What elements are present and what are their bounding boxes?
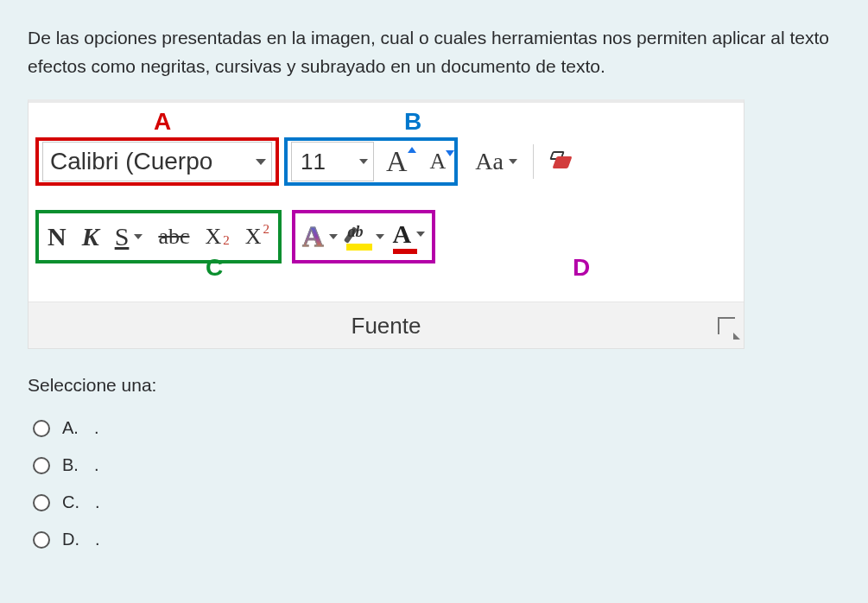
triangle-up-icon: [408, 147, 416, 153]
chevron-down-icon: [509, 159, 517, 164]
subscript-button[interactable]: X 2: [203, 224, 231, 250]
ribbon-section-name: Fuente: [29, 302, 744, 348]
option-d[interactable]: D. .: [28, 521, 840, 558]
font-color-label: A: [393, 219, 412, 249]
option-c[interactable]: C. .: [28, 484, 840, 521]
change-case-label: Aa: [475, 148, 504, 175]
highlight-button[interactable]: [346, 225, 384, 249]
question-text: De las opciones presentadas en la imagen…: [28, 24, 840, 80]
clear-formatting-button[interactable]: [549, 148, 577, 175]
superscript-small: 2: [263, 222, 270, 237]
label-a: A: [149, 108, 175, 136]
option-label: C.: [62, 492, 79, 512]
label-b: B: [400, 108, 426, 136]
group-a-font-name: Calibri (Cuerpo: [35, 137, 279, 186]
radio-icon[interactable]: [33, 457, 50, 474]
section-label: Fuente: [352, 313, 421, 339]
option-label: A.: [62, 418, 79, 438]
font-name-value: Calibri (Cuerpo: [50, 148, 212, 175]
option-label: B.: [62, 455, 79, 475]
ribbon-screenshot: A B C D Calibri (Cuerpo 11 A: [28, 99, 744, 349]
chevron-down-icon: [376, 234, 384, 239]
text-effects-button[interactable]: A: [302, 220, 338, 253]
group-d-color: A A: [292, 210, 435, 263]
options-list: A. . B. . C. . D. .: [28, 409, 840, 558]
subscript-small: 2: [223, 233, 230, 248]
shrink-font-label: A: [430, 149, 447, 174]
triangle-down-icon: [446, 150, 454, 156]
superscript-base: X: [245, 224, 262, 250]
font-name-dropdown[interactable]: Calibri (Cuerpo: [42, 142, 272, 181]
group-b-font-size: 11 A A: [284, 137, 458, 186]
text-effects-label: A: [302, 220, 324, 253]
option-text: .: [95, 492, 100, 512]
bold-button[interactable]: N: [46, 222, 68, 251]
superscript-button[interactable]: X 2: [244, 224, 271, 250]
radio-icon[interactable]: [33, 420, 50, 437]
option-label: D.: [62, 530, 79, 549]
label-d: D: [568, 254, 594, 282]
chevron-down-icon: [134, 234, 143, 239]
color-bar-icon: [393, 249, 417, 254]
chevron-down-icon: [359, 159, 368, 164]
subscript-base: X: [205, 224, 221, 250]
font-size-dropdown[interactable]: 11: [291, 142, 374, 181]
grow-font-label: A: [386, 145, 408, 177]
answer-prompt: Seleccione una:: [28, 375, 840, 396]
option-text: .: [95, 530, 100, 549]
separator: [533, 144, 534, 179]
eraser-icon: [552, 156, 572, 168]
option-a[interactable]: A. .: [28, 409, 840, 447]
chevron-down-icon: [329, 234, 338, 239]
group-c-text-effects: N K S abc X 2 X 2: [35, 210, 282, 263]
option-text: .: [94, 418, 99, 438]
chevron-down-icon: [256, 159, 266, 165]
highlighter-icon: [346, 225, 371, 249]
strikethrough-button[interactable]: abc: [156, 224, 191, 250]
option-b[interactable]: B. .: [28, 447, 840, 484]
label-c: C: [201, 254, 227, 282]
underline-label: S: [115, 222, 130, 251]
option-text: .: [94, 455, 99, 475]
underline-button[interactable]: S: [113, 222, 145, 251]
dialog-launcher-icon[interactable]: [718, 317, 735, 334]
grow-font-button[interactable]: A: [381, 145, 413, 178]
shrink-font-button[interactable]: A: [425, 149, 452, 175]
radio-icon[interactable]: [33, 531, 50, 549]
font-color-button[interactable]: A: [393, 219, 426, 254]
change-case-button[interactable]: Aa: [472, 148, 521, 175]
radio-icon[interactable]: [33, 494, 50, 511]
chevron-down-icon: [416, 232, 425, 237]
font-size-value: 11: [301, 149, 326, 175]
italic-button[interactable]: K: [80, 222, 101, 251]
